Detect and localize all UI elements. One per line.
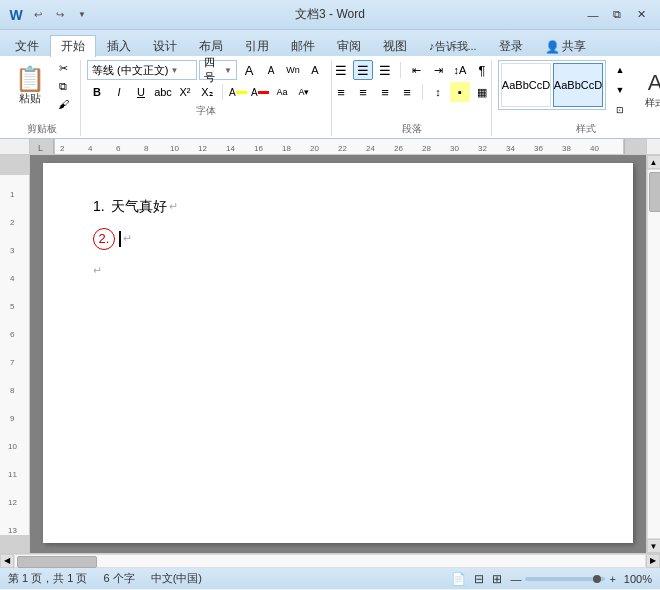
justify-button[interactable]: ≡ [397, 82, 417, 102]
font-aa-button[interactable]: Aa [272, 82, 292, 102]
svg-text:22: 22 [338, 144, 347, 153]
svg-text:2: 2 [10, 218, 15, 227]
view-print-icon[interactable]: 📄 [451, 572, 466, 586]
scroll-down-button[interactable]: ▼ [647, 539, 661, 553]
tab-references[interactable]: 引用 [234, 35, 280, 57]
multilevel-list-button[interactable]: ☰ [375, 60, 395, 80]
svg-text:4: 4 [10, 274, 15, 283]
border-button[interactable]: ▦ [472, 82, 492, 102]
doc-line-1: 1. 天气真好 ↵ [93, 193, 583, 221]
title-bar-left: W ↩ ↪ ▼ [8, 7, 90, 23]
zoom-in-button[interactable]: + [609, 573, 615, 585]
italic-button[interactable]: I [109, 82, 129, 102]
styles-expand[interactable]: ⊡ [610, 100, 630, 120]
view-web-icon[interactable]: ⊟ [474, 572, 484, 586]
close-button[interactable]: ✕ [630, 5, 652, 25]
tab-view[interactable]: 视图 [372, 35, 418, 57]
format-paint-button[interactable]: 🖌 [52, 96, 74, 112]
h-ruler: 2 4 6 8 10 12 14 16 18 20 22 24 26 28 30… [30, 139, 646, 154]
svg-text:L: L [38, 143, 43, 153]
line1-num: 1. [93, 194, 105, 219]
zoom-track[interactable] [525, 577, 605, 581]
numbered-list-button[interactable]: ☰ [353, 60, 373, 80]
font-color-button[interactable]: A [250, 82, 270, 102]
scroll-up-button[interactable]: ▲ [647, 155, 661, 169]
tab-mailings[interactable]: 邮件 [280, 35, 326, 57]
subscript-button[interactable]: X₂ [197, 82, 217, 102]
redo-button[interactable]: ↪ [52, 7, 68, 23]
font-name-selector[interactable]: 等线 (中文正文) ▼ [87, 60, 197, 80]
scroll-thumb[interactable] [649, 172, 661, 212]
underline-button[interactable]: U [131, 82, 151, 102]
styles-scroll-up[interactable]: ▲ [610, 60, 630, 80]
decrease-indent-button[interactable]: ⇤ [406, 60, 426, 80]
style-normal[interactable]: AaBbCcD [501, 63, 551, 107]
font-size-selector[interactable]: 四号 ▼ [199, 60, 237, 80]
paste-button[interactable]: 📋 粘贴 [10, 60, 50, 112]
style-heading1[interactable]: AaBbCcD [553, 63, 603, 107]
para-inner: ☰ ☰ ☰ ⇤ ⇥ ↕A ¶ ≡ ≡ ≡ ≡ ↕ ▪ ▦ [331, 60, 492, 102]
superscript-button[interactable]: X² [175, 82, 195, 102]
language: 中文(中国) [151, 571, 202, 586]
ribbon-tabs: 文件 开始 插入 设计 布局 引用 邮件 审阅 视图 ♪告诉我... 登录 👤共… [0, 30, 660, 56]
doc-scroll[interactable]: 1. 天气真好 ↵ 2. ↵ ↵ [30, 155, 646, 553]
restore-button[interactable]: ⧉ [606, 5, 628, 25]
sort-button[interactable]: ↕A [450, 60, 470, 80]
h-scroll-track[interactable] [14, 554, 646, 568]
tab-file[interactable]: 文件 [4, 35, 50, 57]
tab-home[interactable]: 开始 [50, 35, 96, 57]
svg-text:38: 38 [562, 144, 571, 153]
show-formatting-button[interactable]: ¶ [472, 60, 492, 80]
shading-button[interactable]: ▪ [450, 82, 470, 102]
tab-layout[interactable]: 布局 [188, 35, 234, 57]
scroll-track[interactable] [647, 169, 661, 539]
svg-text:32: 32 [478, 144, 487, 153]
zoom-out-button[interactable]: — [510, 573, 521, 585]
font-case-button[interactable]: A▾ [294, 82, 314, 102]
line-spacing-button[interactable]: ↕ [428, 82, 448, 102]
cut-button[interactable]: ✂ [52, 60, 74, 76]
tab-share[interactable]: 👤共享 [534, 35, 597, 57]
customize-qat[interactable]: ▼ [74, 7, 90, 23]
font-wnl-button[interactable]: Wn [283, 60, 303, 80]
v-ruler: 1 2 3 4 5 6 7 8 9 10 11 12 13 [0, 155, 30, 553]
ribbon-content: 📋 粘贴 ✂ ⧉ 🖌 剪贴板 等线 (中文正文) ▼ 四号 ▼ [0, 56, 660, 139]
align-left-button[interactable]: ≡ [331, 82, 351, 102]
tab-tell-me[interactable]: ♪告诉我... [418, 35, 488, 57]
window-title: 文档3 - Word [295, 6, 365, 23]
svg-rect-26 [0, 155, 30, 175]
tab-review[interactable]: 审阅 [326, 35, 372, 57]
v-scrollbar[interactable]: ▲ ▼ [646, 155, 660, 553]
h-scrollbar[interactable]: ◀ ▶ [0, 553, 660, 567]
text-highlight-button[interactable]: A [228, 82, 248, 102]
strikethrough-button[interactable]: abc [153, 82, 173, 102]
clear-format-button[interactable]: A [305, 60, 325, 80]
minimize-button[interactable]: — [582, 5, 604, 25]
bold-button[interactable]: B [87, 82, 107, 102]
word-icon[interactable]: W [8, 7, 24, 23]
h-scroll-right-button[interactable]: ▶ [646, 554, 660, 568]
svg-text:7: 7 [10, 358, 15, 367]
font-decrease-button[interactable]: A [261, 60, 281, 80]
h-scroll-thumb[interactable] [17, 556, 97, 568]
font-group-inner: 等线 (中文正文) ▼ 四号 ▼ A A Wn A B I U abc X² X… [87, 60, 325, 102]
bullet-list-button[interactable]: ☰ [331, 60, 351, 80]
h-scroll-left-button[interactable]: ◀ [0, 554, 14, 568]
tab-insert[interactable]: 插入 [96, 35, 142, 57]
increase-indent-button[interactable]: ⇥ [428, 60, 448, 80]
tab-design[interactable]: 设计 [142, 35, 188, 57]
align-center-button[interactable]: ≡ [353, 82, 373, 102]
styles-scroll-down[interactable]: ▼ [610, 80, 630, 100]
tab-login[interactable]: 登录 [488, 35, 534, 57]
para-bottom-row: ≡ ≡ ≡ ≡ ↕ ▪ ▦ [331, 82, 492, 102]
styles-group: AaBbCcD AaBbCcD ▲ ▼ ⊡ A 样式 样式 [492, 60, 660, 136]
copy-button[interactable]: ⧉ [52, 78, 74, 94]
undo-button[interactable]: ↩ [30, 7, 46, 23]
view-read-icon[interactable]: ⊞ [492, 572, 502, 586]
styles-button[interactable]: A 样式 [636, 65, 660, 115]
svg-text:12: 12 [198, 144, 207, 153]
align-right-button[interactable]: ≡ [375, 82, 395, 102]
ruler-corner [0, 139, 30, 154]
zoom-level[interactable]: 100% [624, 573, 652, 585]
font-increase-button[interactable]: A [239, 60, 259, 80]
